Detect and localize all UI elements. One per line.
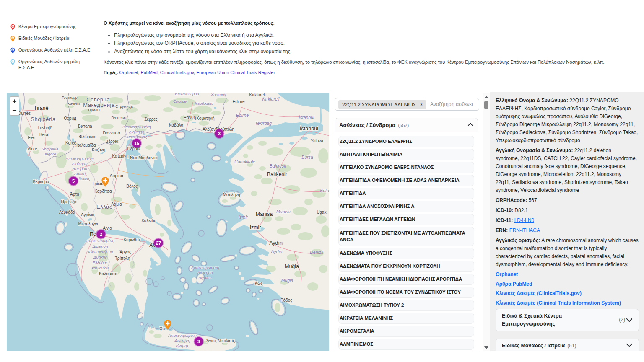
svg-text:2: 2 <box>100 232 102 237</box>
svg-text:3: 3 <box>218 131 221 136</box>
svg-text:15: 15 <box>134 141 139 146</box>
svg-text:3: 3 <box>197 339 200 344</box>
svg-text:5: 5 <box>72 178 75 184</box>
svg-text:27: 27 <box>156 240 161 246</box>
